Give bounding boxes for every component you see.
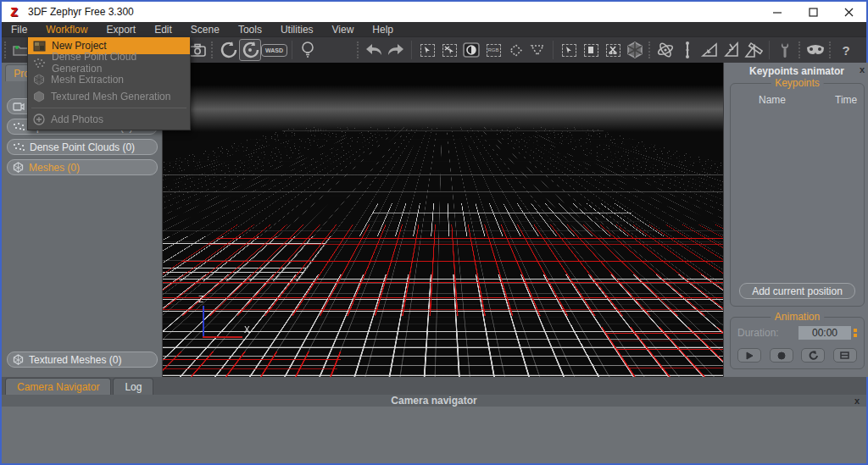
menu-scene[interactable]: Scene	[181, 22, 229, 36]
menu-item-label: Add Photos	[51, 113, 103, 125]
minimize-button[interactable]	[760, 2, 795, 22]
deselect-points-icon[interactable]	[438, 39, 460, 61]
camera-icon	[13, 102, 25, 111]
bottom-tab-row: Camera Navigator Log	[2, 377, 866, 395]
toolbar-grip[interactable]	[648, 42, 652, 58]
duration-label: Duration:	[737, 327, 779, 339]
column-time[interactable]: Time	[835, 94, 857, 106]
loop-button[interactable]	[801, 348, 825, 363]
app-logo-icon: Z	[8, 6, 20, 19]
textured-mesh-icon	[33, 91, 45, 102]
play-icon	[746, 352, 754, 360]
maximize-button[interactable]	[795, 2, 831, 22]
export-video-button[interactable]	[833, 348, 857, 363]
horizon-glow	[163, 85, 723, 132]
dense-cloud-icon	[33, 58, 46, 68]
lasso-selection-icon[interactable]	[504, 39, 526, 61]
menu-item-textured-mesh[interactable]: Textured Mesh Generation	[28, 88, 190, 105]
toolbar-grip[interactable]	[211, 42, 214, 58]
cut-selection-icon[interactable]	[602, 39, 624, 61]
tab-camera-navigator[interactable]: Camera Navigator	[5, 378, 111, 395]
keypoints-animator-panel: Keypoints animator x Keypoints Name Time…	[723, 63, 868, 377]
menu-item-dense-point-cloud[interactable]: Dense Point Cloud Generation	[28, 54, 190, 71]
toolbar-grip[interactable]	[829, 42, 832, 58]
camera-navigator-header: Camera navigator x	[2, 395, 866, 407]
red-grid-region	[163, 352, 343, 377]
mask-icon[interactable]	[804, 39, 826, 61]
align-tool-icon[interactable]	[721, 39, 743, 61]
axis-z-line	[203, 306, 204, 338]
menu-tools[interactable]: Tools	[229, 22, 271, 36]
menu-view[interactable]: View	[323, 22, 364, 36]
keypoints-animator-title: Keypoints animator	[724, 65, 868, 77]
film-icon	[840, 352, 849, 359]
record-icon	[777, 352, 786, 360]
camera-navigator-title: Camera navigator	[391, 395, 476, 407]
menu-item-add-photos[interactable]: Add Photos	[28, 111, 190, 128]
orbit-mode-icon[interactable]	[239, 39, 261, 61]
textured-meshes-bar[interactable]: Textured Meshes (0)	[7, 352, 158, 368]
menu-workflow[interactable]: Workflow	[36, 22, 97, 36]
duration-field[interactable]: 00:00	[798, 326, 851, 340]
invert-selection-icon[interactable]	[460, 39, 482, 61]
animation-groupbox: Animation Duration: 00:00	[730, 317, 865, 369]
menu-utilities[interactable]: Utilities	[271, 22, 323, 36]
rotate-view-icon[interactable]	[217, 39, 239, 61]
control-point-icon[interactable]	[698, 39, 721, 61]
record-button[interactable]	[770, 348, 793, 363]
column-name[interactable]: Name	[759, 94, 786, 106]
menu-help[interactable]: Help	[363, 22, 403, 36]
close-button[interactable]	[831, 2, 866, 22]
panel-close-icon[interactable]: x	[860, 64, 865, 75]
menu-export[interactable]: Export	[97, 22, 145, 36]
axis-z-label: Z	[198, 295, 203, 304]
keypoints-group-label: Keypoints	[771, 77, 824, 89]
toolbar-grip[interactable]	[798, 42, 802, 58]
tab-log[interactable]: Log	[113, 378, 153, 395]
titlebar: Z 3DF Zephyr Free 3.300	[2, 2, 866, 22]
viewport-3d[interactable]: Z X	[163, 63, 723, 377]
settings-wrench-icon[interactable]	[774, 39, 796, 61]
toolbar-separator	[553, 41, 554, 59]
meshes-bar[interactable]: Meshes (0)	[7, 159, 158, 175]
ruler-protractor-icon[interactable]	[743, 39, 765, 61]
help-icon[interactable]: ?	[835, 39, 857, 61]
app-window: Z 3DF Zephyr Free 3.300 File Workflow Ex…	[0, 0, 868, 465]
toolbar-separator	[411, 41, 412, 59]
gizmo-atom-icon[interactable]	[654, 39, 676, 61]
keypoints-column-headers: Name Time	[731, 94, 864, 106]
spin-down-icon[interactable]	[854, 334, 857, 337]
axis-x-line	[203, 336, 242, 338]
workflow-dropdown-menu: New Project Dense Point Cloud Generation…	[27, 36, 191, 130]
measure-pole-icon[interactable]	[676, 39, 698, 61]
menu-item-label: Textured Mesh Generation	[51, 91, 170, 102]
window-title: 3DF Zephyr Free 3.300	[28, 6, 134, 18]
select-by-color-icon[interactable]: RGB	[482, 39, 504, 61]
duration-spinner[interactable]	[854, 329, 857, 337]
ground-grid-plane	[163, 127, 723, 377]
redo-icon[interactable]	[385, 39, 407, 61]
mesh-cube-icon	[13, 162, 24, 173]
menu-bar: File Workflow Export Edit Scene Tools Ut…	[2, 22, 866, 36]
toolbar-grip[interactable]	[4, 42, 8, 58]
menu-file[interactable]: File	[2, 22, 36, 36]
point-cloud-icon	[13, 122, 25, 131]
panel-close-icon[interactable]: x	[854, 395, 860, 407]
select-points-icon[interactable]	[416, 39, 438, 61]
spin-up-icon[interactable]	[854, 329, 857, 332]
menu-edit[interactable]: Edit	[145, 22, 181, 36]
copy-selection-icon[interactable]	[580, 39, 602, 61]
undo-icon[interactable]	[363, 39, 385, 61]
select-connected-icon[interactable]	[558, 39, 580, 61]
toolbar-separator	[769, 41, 770, 59]
add-current-position-button[interactable]: Add current position	[739, 283, 855, 299]
dense-point-clouds-bar[interactable]: Dense Point Clouds (0)	[7, 139, 158, 155]
camera-navigator-panel: Camera navigator x	[2, 395, 866, 463]
wasd-mode-button[interactable]: WASD	[261, 44, 287, 57]
mesh-filter-icon[interactable]	[624, 39, 646, 61]
lighting-bulb-icon[interactable]	[297, 39, 319, 61]
polygon-selection-icon[interactable]	[526, 39, 548, 61]
play-button[interactable]	[737, 348, 761, 363]
toolbar-grip[interactable]	[357, 42, 360, 58]
section-label: Textured Meshes (0)	[29, 354, 121, 366]
